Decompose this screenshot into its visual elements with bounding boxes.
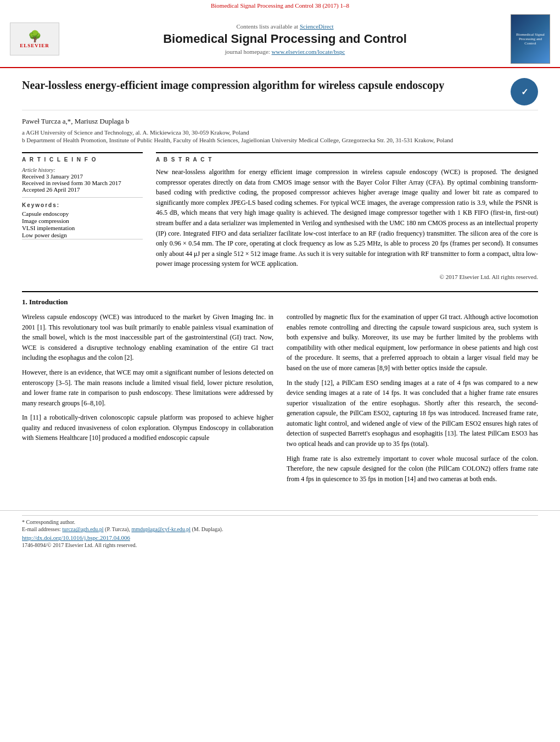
contents-label: Contents lists available at [236,23,298,30]
keywords-section: Keywords: Capsule endoscopy Image compre… [22,202,143,238]
journal-title-center: Contents lists available at ScienceDirec… [59,23,511,55]
intro-para3: In [11] a robotically-driven colonoscopi… [22,412,273,443]
intro-para4: controlled by magnetic flux for the exam… [287,312,538,373]
article-title-section: Near-lossless energy-efficient image com… [22,78,538,110]
doi-line[interactable]: http://dx.doi.org/10.1016/j.bspc.2017.04… [22,534,538,541]
keywords-label: Keywords: [22,202,143,208]
email-label: E-mail addresses: [22,526,61,532]
copyright-line: © 2017 Elsevier Ltd. All rights reserved… [156,274,538,280]
keyword-3: VLSI implementation [22,225,143,231]
homepage-label: journal homepage: [225,48,270,55]
page-footer: * Corresponding author. E-mail addresses… [0,510,560,554]
introduction-section: 1. Introduction Wireless capsule endosco… [22,291,538,489]
article-info-label: A R T I C L E I N F O [22,157,143,163]
logo-tree-icon: 🌳 [28,30,42,43]
journal-citation: Biomedical Signal Processing and Control… [211,2,349,9]
email1-link[interactable]: turcza@agh.edu.pl [62,526,103,532]
email2-link[interactable]: mmduplaga@cyf-kr.edu.pl [131,526,191,532]
journal-top-bar: Biomedical Signal Processing and Control… [0,0,560,10]
intro-para6: High frame rate is also extremely import… [287,454,538,484]
email2-person: (M. Duplaga). [192,526,223,532]
abstract-section: A B S T R A C T New near-lossless algori… [156,152,538,280]
keyword-1: Capsule endoscopy [22,210,143,217]
authors-text: Paweł Turcza a,*, Mariusz Duplaga b [22,117,129,125]
keyword-4: Low power design [22,232,143,238]
intro-para2: However, there is an evidence, that WCE … [22,367,273,408]
history-label: Article history: [22,167,143,173]
accepted-date: Accepted 26 April 2017 [22,186,143,193]
abstract-label: A B S T R A C T [156,153,538,163]
corresponding-author: * Corresponding author. [22,519,538,525]
intro-para5: In the study [12], a PillCam ESO sending… [287,378,538,449]
keyword-2: Image compression [22,217,143,224]
corresponding-label: * Corresponding author. [22,519,75,525]
crossmark-icon: ✓ [521,87,528,97]
received-date: Received 3 January 2017 [22,173,143,180]
affiliation-b: b Department of Health Promotion, Instit… [22,137,538,143]
affiliation-a: a AGH University of Science and Technolo… [22,129,538,136]
article-info-box: A R T I C L E I N F O Article history: R… [22,152,143,239]
email1-person: (P. Turcza), [105,526,130,532]
article-title: Near-lossless energy-efficient image com… [22,78,511,92]
journal-main-title: Biomedical Signal Processing and Control [70,32,500,46]
authors: Paweł Turcza a,*, Mariusz Duplaga b [22,117,538,126]
intro-right: controlled by magnetic flux for the exam… [287,312,538,489]
journal-homepage: journal homepage: www.elsevier.com/locat… [70,48,500,55]
cover-text: Biomedical Signal Processing and Control [513,32,547,46]
journal-branding: 🌳 ELSEVIER Contents lists available at S… [0,10,560,67]
journal-cover-image: Biomedical Signal Processing and Control [511,14,550,64]
crossmark-badge: ✓ [511,78,538,105]
homepage-url[interactable]: www.elsevier.com/locate/bspc [272,48,345,55]
intro-left: Wireless capsule endoscopy (WCE) was int… [22,312,273,489]
received-revised-date: Received in revised form 30 March 2017 [22,180,143,186]
left-column: A R T I C L E I N F O Article history: R… [22,152,143,280]
intro-two-col: Wireless capsule endoscopy (WCE) was int… [22,312,538,489]
email-line: E-mail addresses: turcza@agh.edu.pl (P. … [22,526,538,532]
elsevier-logo: 🌳 ELSEVIER [10,23,59,55]
elsevier-name: ELSEVIER [20,43,49,48]
journal-header: Biomedical Signal Processing and Control… [0,0,560,68]
doi-link[interactable]: http://dx.doi.org/10.1016/j.bspc.2017.04… [22,534,130,541]
right-column: A B S T R A C T New near-lossless algori… [156,152,538,280]
intro-title: 1. Introduction [22,298,538,306]
footer-copyright: 1746-8094/© 2017 Elsevier Ltd. All right… [22,542,538,548]
main-content: Near-lossless energy-efficient image com… [0,68,560,499]
two-column-layout: A R T I C L E I N F O Article history: R… [22,152,538,280]
sciencedirect-link[interactable]: ScienceDirect [300,23,334,30]
intro-para1: Wireless capsule endoscopy (WCE) was int… [22,312,273,363]
abstract-text: New near-lossless algorithm for energy e… [156,167,538,269]
article-history-group: Article history: Received 3 January 2017… [22,167,143,193]
